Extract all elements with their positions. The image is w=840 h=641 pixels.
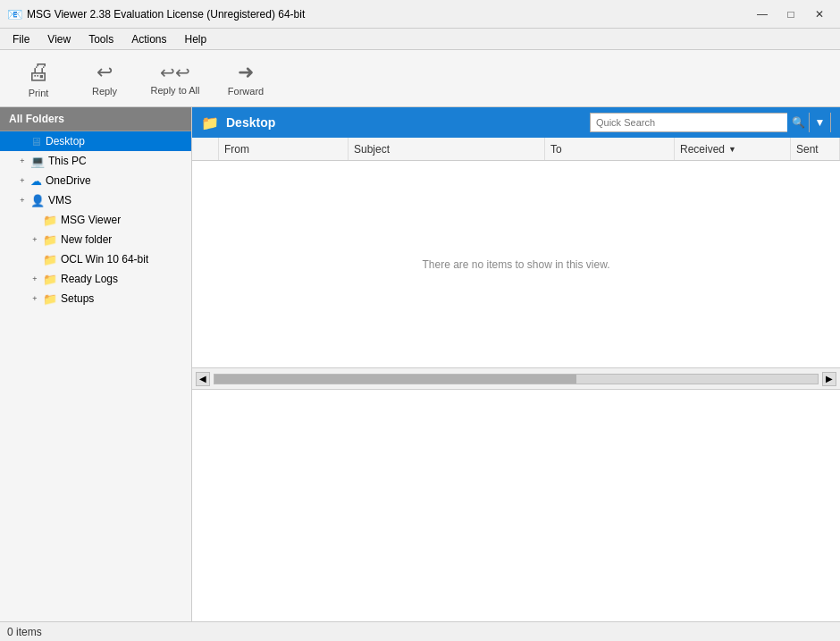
content-folder-icon: 📁 [201, 114, 219, 131]
folder-name-newfolder: New folder [61, 233, 112, 246]
toolbar: 🖨 Print ↩ Reply ↩↩ Reply to All ➜ Forwar… [0, 50, 840, 107]
scroll-left-arrow[interactable]: ◀ [196, 372, 210, 386]
reply-all-label: Reply to All [150, 85, 199, 96]
desktop-folder-icon: 🖥 [30, 135, 42, 148]
col-to-header[interactable]: To [545, 138, 675, 160]
table-header: From Subject To Received ▼ Sent [192, 138, 840, 161]
sidebar: All Folders 🖥 Desktop + 💻 This PC + ☁ On… [0, 107, 192, 621]
folder-name-msgviewer: MSG Viewer [61, 214, 121, 226]
expand-icon: + [29, 292, 41, 305]
col-sent-label: Sent [796, 143, 819, 156]
sidebar-item-onedrive[interactable]: + ☁ OneDrive [0, 171, 191, 190]
sidebar-item-setups[interactable]: + 📁 Setups [0, 289, 191, 308]
print-button[interactable]: 🖨 Print [7, 54, 70, 104]
folder-name-readylogs: Ready Logs [61, 273, 118, 285]
print-icon: 🖨 [27, 58, 50, 86]
search-button[interactable]: 🔍 [787, 113, 809, 132]
scroll-thumb[interactable] [214, 375, 576, 384]
sidebar-item-newfolder[interactable]: + 📁 New folder [0, 230, 191, 249]
sidebar-item-desktop[interactable]: 🖥 Desktop [0, 131, 191, 151]
horizontal-scrollbar[interactable]: ◀ ▶ [192, 367, 840, 389]
table-content: There are no items to show in this view. [192, 161, 840, 367]
content-area: 📁 Desktop 🔍 ▼ From Subject To [192, 107, 840, 621]
folder-name-onedrive: OneDrive [46, 174, 91, 187]
status-text: 0 items [7, 626, 42, 638]
col-check [192, 138, 219, 160]
readylogs-folder-icon: 📁 [43, 273, 57, 286]
col-to-label: To [550, 143, 562, 156]
sidebar-item-oclwin[interactable]: 📁 OCL Win 10 64-bit [0, 249, 191, 269]
maximize-button[interactable]: □ [777, 4, 804, 25]
oclwin-folder-icon: 📁 [43, 253, 57, 266]
content-folder-title: Desktop [226, 115, 583, 130]
close-button[interactable]: ✕ [806, 4, 833, 25]
sidebar-item-vms[interactable]: + 👤 VMS [0, 190, 191, 210]
sidebar-item-readylogs[interactable]: + 📁 Ready Logs [0, 269, 191, 289]
expand-icon: + [16, 155, 29, 167]
title-bar: 📧 MSG Viewer 2.38 Evaluation License (Un… [0, 0, 840, 29]
reply-all-icon: ↩↩ [160, 62, 190, 83]
folder-name-thispc: This PC [48, 155, 87, 167]
expand-icon [29, 253, 41, 266]
forward-icon: ➜ [238, 61, 254, 84]
expand-icon [29, 214, 41, 226]
expand-icon [16, 135, 29, 148]
vms-folder-icon: 👤 [30, 194, 45, 207]
reply-label: Reply [92, 86, 117, 97]
col-subject-label: Subject [354, 143, 390, 156]
expand-icon: + [29, 233, 41, 246]
app-icon: 📧 [7, 7, 21, 21]
preview-area [192, 389, 840, 621]
menu-view[interactable]: View [38, 29, 80, 49]
onedrive-folder-icon: ☁ [30, 174, 42, 188]
sidebar-header: All Folders [0, 107, 191, 131]
empty-message: There are no items to show in this view. [422, 258, 609, 271]
newfolder-folder-icon: 📁 [43, 233, 57, 247]
reply-all-button[interactable]: ↩↩ Reply to All [139, 54, 211, 104]
menu-file[interactable]: File [4, 29, 38, 49]
status-bar: 0 items [0, 621, 840, 641]
folder-name-desktop: Desktop [46, 135, 85, 148]
setups-folder-icon: 📁 [43, 292, 57, 306]
expand-icon: + [16, 174, 29, 187]
search-box-wrapper: 🔍 ▼ [590, 113, 831, 132]
reply-button[interactable]: ↩ Reply [73, 54, 136, 104]
content-header: 📁 Desktop 🔍 ▼ [192, 107, 840, 138]
menu-tools[interactable]: Tools [80, 29, 122, 49]
print-label: Print [29, 88, 49, 98]
sidebar-item-msgviewer[interactable]: 📁 MSG Viewer [0, 210, 191, 230]
chevron-down-icon: ▼ [815, 116, 826, 129]
col-received-header[interactable]: Received ▼ [675, 138, 791, 160]
folder-name-vms: VMS [48, 194, 71, 207]
scroll-track[interactable] [214, 374, 819, 384]
sort-desc-icon: ▼ [728, 145, 736, 154]
reply-icon: ↩ [97, 61, 113, 84]
sidebar-item-thispc[interactable]: + 💻 This PC [0, 151, 191, 171]
pc-folder-icon: 💻 [30, 155, 45, 168]
folder-name-setups: Setups [61, 292, 94, 305]
minimize-button[interactable]: — [749, 4, 776, 25]
menu-actions[interactable]: Actions [122, 29, 175, 49]
forward-button[interactable]: ➜ Forward [214, 54, 277, 104]
forward-label: Forward [228, 86, 264, 97]
col-from-label: From [224, 143, 249, 156]
app-title: MSG Viewer 2.38 Evaluation License (Unre… [27, 8, 749, 21]
scroll-right-arrow[interactable]: ▶ [822, 372, 836, 386]
expand-icon: + [16, 194, 29, 207]
expand-icon: + [29, 273, 41, 285]
col-sent-header[interactable]: Sent [791, 138, 840, 160]
search-icon: 🔍 [792, 116, 805, 129]
folder-name-oclwin: OCL Win 10 64-bit [61, 253, 148, 266]
main-area: All Folders 🖥 Desktop + 💻 This PC + ☁ On… [0, 107, 840, 621]
msgviewer-folder-icon: 📁 [43, 214, 57, 227]
window-controls: — □ ✕ [749, 4, 833, 25]
col-from-header[interactable]: From [219, 138, 349, 160]
col-subject-header[interactable]: Subject [349, 138, 545, 160]
search-dropdown-button[interactable]: ▼ [809, 113, 830, 132]
menu-bar: File View Tools Actions Help [0, 29, 840, 50]
search-input[interactable] [591, 114, 787, 131]
menu-help[interactable]: Help [176, 29, 216, 49]
col-received-label: Received [680, 143, 725, 156]
